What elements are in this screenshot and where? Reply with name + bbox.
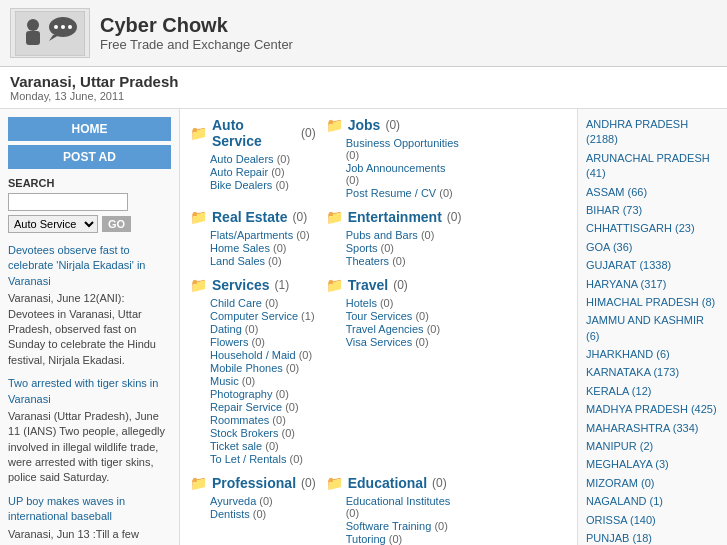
category-item-link[interactable]: Mobile Phones: [210, 362, 283, 374]
category-item-link[interactable]: Post Resume / CV: [346, 187, 436, 199]
search-go-button[interactable]: GO: [102, 216, 131, 232]
category-item-link[interactable]: Flowers: [210, 336, 249, 348]
state-link[interactable]: HIMACHAL PRADESH (8): [586, 295, 719, 310]
category-item-link[interactable]: Land Sales: [210, 255, 265, 267]
category-cell-left: 📁Real Estate (0)Flats/Apartments (0)Home…: [190, 209, 326, 277]
category-title-travel: 📁Travel (0): [326, 277, 462, 293]
home-button[interactable]: HOME: [8, 117, 171, 141]
state-link[interactable]: JAMMU AND KASHMIR (6): [586, 313, 719, 344]
category-item-link[interactable]: Visa Services: [346, 336, 412, 348]
svg-rect-2: [26, 31, 40, 45]
category-link-auto-service[interactable]: Auto Service: [212, 117, 296, 149]
states-list: ANDHRA PRADESH (2188)ARUNACHAL PRADESH (…: [586, 117, 719, 545]
search-input[interactable]: [8, 193, 128, 211]
category-item-link[interactable]: Tour Services: [346, 310, 413, 322]
category-item-link[interactable]: Educational Institutes: [346, 495, 451, 507]
category-item-link[interactable]: Hotels: [346, 297, 377, 309]
category-item-link[interactable]: Ticket sale: [210, 440, 262, 452]
category-item-link[interactable]: Child Care: [210, 297, 262, 309]
right-sidebar: ANDHRA PRADESH (2188)ARUNACHAL PRADESH (…: [577, 109, 727, 545]
state-link[interactable]: ASSAM (66): [586, 185, 719, 200]
category-item-link[interactable]: Stock Brokers: [210, 427, 278, 439]
category-link-jobs[interactable]: Jobs: [348, 117, 381, 133]
state-link[interactable]: GOA (36): [586, 240, 719, 255]
category-count-professional: (0): [301, 476, 316, 490]
folder-icon: 📁: [190, 209, 207, 225]
folder-icon: 📁: [326, 277, 343, 293]
category-items-entertainment: Pubs and Bars (0)Sports (0)Theaters (0): [326, 229, 462, 267]
category-item-link[interactable]: Home Sales: [210, 242, 270, 254]
category-item-link[interactable]: Sports: [346, 242, 378, 254]
header-text: Cyber Chowk Free Trade and Exchange Cent…: [100, 14, 293, 52]
item-count: (0): [268, 255, 281, 267]
item-count: (0): [434, 520, 447, 532]
table-row: 📁Services (1)Child Care (0)Computer Serv…: [190, 277, 462, 475]
category-item-link[interactable]: Dating: [210, 323, 242, 335]
item-count: (0): [415, 336, 428, 348]
category-item-link[interactable]: Job Announcements: [346, 162, 446, 174]
item-count: (0): [252, 336, 265, 348]
category-item-link[interactable]: Photography: [210, 388, 272, 400]
category-cell-right: 📁Educational (0)Educational Institutes (…: [326, 475, 462, 545]
state-link[interactable]: CHHATTISGARH (23): [586, 221, 719, 236]
category-item-link[interactable]: Roommates: [210, 414, 269, 426]
site-title: Cyber Chowk: [100, 14, 293, 37]
category-link-travel[interactable]: Travel: [348, 277, 388, 293]
state-link[interactable]: MANIPUR (2): [586, 439, 719, 454]
list-item: Home Sales (0): [210, 242, 316, 254]
category-item-link[interactable]: Flats/Apartments: [210, 229, 293, 241]
state-link[interactable]: PUNJAB (18): [586, 531, 719, 545]
category-link-real-estate[interactable]: Real Estate: [212, 209, 287, 225]
category-count-travel: (0): [393, 278, 408, 292]
state-link[interactable]: MADHYA PRADESH (425): [586, 402, 719, 417]
table-row: 📁Professional (0)Ayurveda (0)Dentists (0…: [190, 475, 462, 545]
state-link[interactable]: KARNATAKA (173): [586, 365, 719, 380]
category-item-link[interactable]: Repair Service: [210, 401, 282, 413]
state-link[interactable]: ORISSA (140): [586, 513, 719, 528]
list-item: Pubs and Bars (0): [346, 229, 462, 241]
news-item: Devotees observe fast to celebrate 'Nirj…: [8, 243, 171, 368]
state-link[interactable]: MIZORAM (0): [586, 476, 719, 491]
search-label: SEARCH: [8, 177, 171, 189]
category-item-link[interactable]: Music: [210, 375, 239, 387]
main-layout: HOME POST AD SEARCH Auto Service Real Es…: [0, 109, 727, 545]
state-link[interactable]: HARYANA (317): [586, 277, 719, 292]
category-item-link[interactable]: Pubs and Bars: [346, 229, 418, 241]
folder-icon: 📁: [326, 117, 343, 133]
category-link-entertainment[interactable]: Entertainment: [348, 209, 442, 225]
category-items-travel: Hotels (0)Tour Services (0)Travel Agenci…: [326, 297, 462, 348]
category-item-link[interactable]: Household / Maid: [210, 349, 296, 361]
state-link[interactable]: BIHAR (73): [586, 203, 719, 218]
state-link[interactable]: JHARKHAND (6): [586, 347, 719, 362]
item-count: (0): [282, 427, 295, 439]
category-item-link[interactable]: Ayurveda: [210, 495, 256, 507]
state-link[interactable]: NAGALAND (1): [586, 494, 719, 509]
news-link[interactable]: Two arrested with tiger skins in Varanas…: [8, 377, 158, 404]
state-link[interactable]: MAHARASHTRA (334): [586, 421, 719, 436]
category-item-link[interactable]: Auto Dealers: [210, 153, 274, 165]
category-link-professional[interactable]: Professional: [212, 475, 296, 491]
category-item-link[interactable]: To Let / Rentals: [210, 453, 286, 465]
news-link[interactable]: UP boy makes waves in international base…: [8, 495, 125, 522]
state-link[interactable]: KERALA (12): [586, 384, 719, 399]
category-link-educational[interactable]: Educational: [348, 475, 427, 491]
category-item-link[interactable]: Travel Agencies: [346, 323, 424, 335]
list-item: Mobile Phones (0): [210, 362, 316, 374]
category-item-link[interactable]: Computer Service: [210, 310, 298, 322]
category-link-services[interactable]: Services: [212, 277, 270, 293]
search-category-select[interactable]: Auto Service Real Estate Services Jobs E…: [8, 215, 98, 233]
category-item-link[interactable]: Auto Repair: [210, 166, 268, 178]
post-ad-button[interactable]: POST AD: [8, 145, 171, 169]
state-link[interactable]: ANDHRA PRADESH (2188): [586, 117, 719, 148]
category-item-link[interactable]: Business Opportunities: [346, 137, 459, 149]
state-link[interactable]: ARUNACHAL PRADESH (41): [586, 151, 719, 182]
category-item-link[interactable]: Tutoring: [346, 533, 386, 545]
state-link[interactable]: MEGHALAYA (3): [586, 457, 719, 472]
item-count: (0): [253, 508, 266, 520]
category-item-link[interactable]: Bike Dealers: [210, 179, 272, 191]
news-link[interactable]: Devotees observe fast to celebrate 'Nirj…: [8, 244, 146, 287]
category-item-link[interactable]: Theaters: [346, 255, 389, 267]
category-item-link[interactable]: Software Training: [346, 520, 432, 532]
category-item-link[interactable]: Dentists: [210, 508, 250, 520]
state-link[interactable]: GUJARAT (1338): [586, 258, 719, 273]
